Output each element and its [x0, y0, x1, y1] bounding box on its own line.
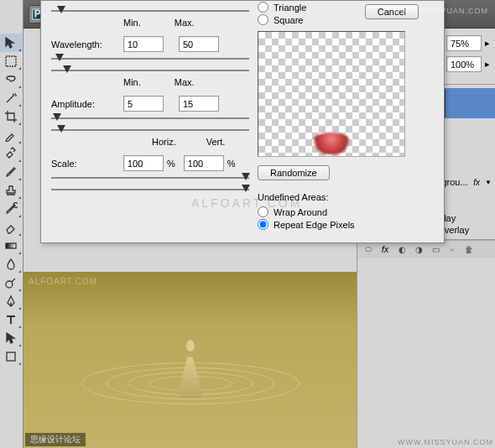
amplitude-min-input[interactable] — [123, 96, 164, 112]
mask-icon[interactable]: ◐ — [394, 243, 409, 255]
eyedropper-tool[interactable] — [0, 126, 22, 144]
blur-tool[interactable] — [0, 255, 22, 273]
crop-tool[interactable] — [0, 107, 22, 126]
eraser-tool[interactable] — [0, 218, 22, 237]
trash-icon[interactable]: 🗑 — [461, 243, 477, 255]
chevron-down-icon[interactable]: ▸ — [485, 38, 490, 49]
type-tool[interactable] — [0, 310, 22, 329]
svg-rect-0 — [6, 56, 16, 66]
fx-badge[interactable]: fx — [473, 178, 480, 187]
canvas[interactable]: ALFOART.COM 思缘设计论坛 — [23, 272, 357, 448]
toolbox — [0, 0, 23, 448]
watermark-alfoart: ALFOART.COM — [191, 196, 302, 210]
svg-point-2 — [6, 281, 13, 288]
stamp-tool[interactable] — [0, 181, 22, 200]
min-label: Min. — [123, 18, 141, 28]
scale-v-slider[interactable] — [51, 185, 249, 195]
pct-1: % — [167, 159, 175, 169]
wavelength-min-input[interactable] — [123, 36, 164, 52]
min-label-2: Min. — [123, 77, 141, 87]
brush-tool[interactable] — [0, 163, 22, 181]
watermark-missyuan-2: WWW.MISSYUAN.COM — [398, 438, 493, 446]
watermark-alfoart-2: ALFOART.COM — [29, 277, 97, 286]
vert-label: Vert. — [206, 137, 226, 147]
wand-tool[interactable] — [0, 89, 22, 107]
watermark-forum: 思缘设计论坛 — [25, 433, 86, 446]
gradient-tool[interactable] — [0, 237, 22, 255]
dodge-tool[interactable] — [0, 273, 22, 292]
fx-icon[interactable]: fx — [378, 243, 393, 255]
scale-h-input[interactable] — [123, 155, 164, 171]
preview-box — [258, 31, 405, 157]
history-brush-tool[interactable] — [0, 200, 22, 218]
folder-icon[interactable]: ▭ — [428, 243, 443, 255]
scale-v-input[interactable] — [184, 155, 224, 171]
max-label-2: Max. — [175, 77, 195, 87]
chevron-down-icon-2[interactable]: ▸ — [485, 59, 490, 70]
water-splash — [140, 333, 241, 400]
fill-input[interactable] — [446, 56, 482, 72]
adjustment-icon[interactable]: ◑ — [411, 243, 426, 255]
wavelength-max-input[interactable] — [179, 36, 219, 52]
chevron-down-icon-3[interactable]: ▼ — [485, 179, 492, 186]
link-icon[interactable]: ⬭ — [361, 243, 376, 255]
amplitude-max-input[interactable] — [179, 96, 219, 112]
opacity-input[interactable] — [446, 35, 482, 51]
wavelength-min-slider[interactable] — [51, 54, 249, 64]
randomize-button[interactable]: Randomize — [258, 165, 330, 180]
move-tool[interactable] — [0, 34, 22, 52]
max-label: Max. — [175, 18, 195, 28]
generators-slider[interactable] — [51, 6, 249, 16]
pct-2: % — [227, 159, 236, 169]
wavelength-max-slider[interactable] — [51, 65, 249, 76]
lasso-tool[interactable] — [0, 70, 22, 89]
amplitude-label: Amplitude: — [51, 99, 123, 109]
healing-tool[interactable] — [0, 144, 22, 163]
repeat-radio[interactable]: Repeat Edge Pixels — [258, 218, 434, 231]
wavelength-label: Wavelength: — [51, 39, 123, 49]
pen-tool[interactable] — [0, 292, 22, 310]
svg-rect-3 — [7, 352, 15, 361]
svg-rect-1 — [6, 243, 16, 248]
amplitude-max-slider[interactable] — [51, 125, 249, 135]
scale-label: Scale: — [51, 159, 123, 169]
shape-tool[interactable] — [0, 347, 22, 366]
marquee-tool[interactable] — [0, 52, 22, 70]
path-select-tool[interactable] — [0, 329, 22, 347]
scale-h-slider[interactable] — [51, 173, 249, 183]
new-layer-icon[interactable]: ▫ — [445, 243, 460, 255]
amplitude-min-slider[interactable] — [51, 113, 249, 123]
horiz-label: Horiz. — [152, 137, 176, 147]
watermark-missyuan: WWW.MISSYUAN.COM — [393, 7, 488, 15]
